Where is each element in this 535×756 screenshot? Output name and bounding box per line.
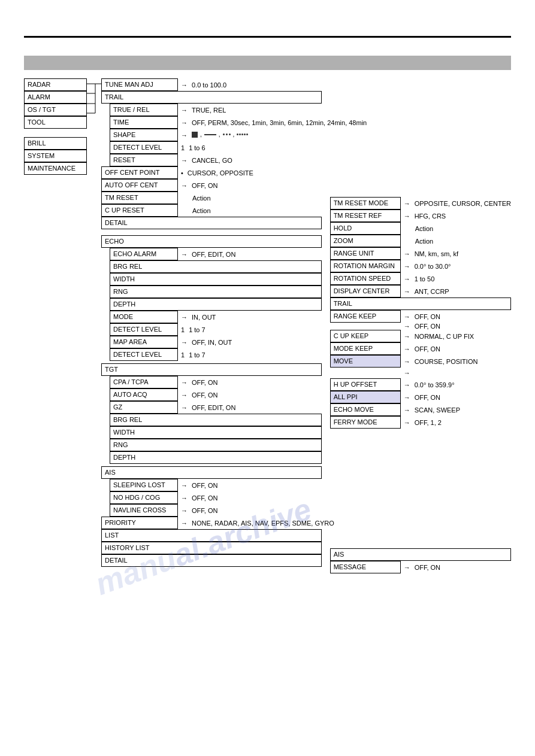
- val-autooffcent: OFF, ON: [191, 182, 217, 189]
- sidebar-item-maintenance[interactable]: MAINTENANCE: [24, 162, 87, 175]
- menu-tgt[interactable]: TGT: [101, 363, 322, 376]
- arrow-priority: →: [178, 520, 191, 527]
- menu-echo-alarm[interactable]: ECHO ALARM: [110, 248, 178, 260]
- menu-auto-acq[interactable]: AUTO ACQ: [110, 388, 178, 401]
- sidebar-item-ostgt[interactable]: OS / TGT: [24, 104, 87, 116]
- right-tm-reset-mode[interactable]: TM RESET MODE: [330, 197, 401, 210]
- menu-true-rel[interactable]: TRUE / REL: [110, 104, 178, 116]
- right-ais-message[interactable]: MESSAGE: [330, 561, 401, 573]
- arrow-disp-center: →: [401, 288, 413, 295]
- val-sleeping: OFF, ON: [191, 482, 217, 489]
- right-all-ppi[interactable]: ALL PPI: [330, 391, 401, 403]
- right-hold[interactable]: HOLD: [330, 222, 401, 235]
- val-disp-center: ANT, CCRP: [413, 288, 449, 295]
- menu-mode-echo[interactable]: MODE: [110, 311, 178, 323]
- arrow-ferry-mode: →: [401, 419, 413, 426]
- right-move[interactable]: MOVE: [330, 355, 401, 368]
- val-gz: OFF, EDIT, ON: [191, 404, 235, 411]
- right-rotation-margin[interactable]: ROTATION MARGIN: [330, 260, 401, 272]
- right-echo-move[interactable]: ECHO MOVE: [330, 403, 401, 416]
- right-ferry-mode[interactable]: FERRY MODE: [330, 416, 401, 429]
- arrow-range-unit: →: [401, 250, 413, 257]
- menu-sleeping-lost[interactable]: SLEEPING LOST: [110, 479, 178, 491]
- menu-reset[interactable]: RESET: [110, 154, 178, 166]
- val-reset: CANCEL, GO: [191, 157, 232, 164]
- menu-depth-tgt[interactable]: DEPTH: [110, 451, 322, 464]
- sidebar-item-alarm[interactable]: ALARM: [24, 91, 87, 104]
- menu-navline-cross[interactable]: NAVLINE CROSS: [110, 504, 178, 517]
- val-range-keep: OFF, ON: [413, 313, 440, 320]
- arrow-tune: →: [178, 81, 191, 89]
- val-all-ppi: OFF, ON: [413, 394, 440, 401]
- arrow-autooffcent: →: [178, 182, 191, 189]
- menu-list[interactable]: LIST: [101, 529, 322, 542]
- menu-auto-off-cent[interactable]: AUTO OFF CENT: [101, 179, 178, 192]
- gray-header: [24, 56, 511, 70]
- menu-width-tgt[interactable]: WIDTH: [110, 426, 322, 439]
- val-detect1: 1 to 6: [188, 144, 205, 151]
- sidebar-item-brill[interactable]: BRILL: [24, 137, 87, 150]
- menu-detect-level-echo[interactable]: DETECT LEVEL: [110, 323, 178, 336]
- menu-tune-man-adj[interactable]: TUNE MAN ADJ: [101, 78, 178, 91]
- val-cpa: OFF, ON: [191, 379, 217, 386]
- right-cup-keep[interactable]: C UP KEEP: [330, 330, 401, 342]
- connector-lines: [87, 78, 101, 379]
- menu-brg-rel-tgt[interactable]: BRG REL: [110, 414, 322, 426]
- menu-gz[interactable]: GZ: [110, 401, 178, 414]
- menu-off-cent-point[interactable]: OFF CENT POINT: [101, 166, 178, 179]
- right-mode-keep[interactable]: MODE KEEP: [330, 342, 401, 355]
- menu-depth-echo[interactable]: DEPTH: [110, 298, 322, 311]
- val-rot-margin: 0.0° to 30.0°: [413, 263, 451, 270]
- menu-time[interactable]: TIME: [110, 116, 178, 129]
- menu-detect-level-echo2[interactable]: DETECT LEVEL: [110, 348, 178, 361]
- ais-detail-expanded: AIS MESSAGE → OFF, ON: [330, 548, 511, 573]
- arrow-echo-move: →: [401, 406, 413, 414]
- menu-rng-echo[interactable]: RNG: [110, 286, 322, 298]
- menu-cpa-tcpa[interactable]: CPA / TCPA: [110, 376, 178, 388]
- menu-width-echo[interactable]: WIDTH: [110, 273, 322, 286]
- menu-map-area[interactable]: MAP AREA: [110, 336, 178, 348]
- right-range-unit[interactable]: RANGE UNIT: [330, 247, 401, 260]
- menu-detect-level-1[interactable]: DETECT LEVEL: [110, 141, 178, 154]
- menu-rng-tgt[interactable]: RNG: [110, 439, 322, 451]
- sidebar-item-system[interactable]: SYSTEM: [24, 150, 87, 162]
- arrow-detect-echo: 1: [178, 326, 188, 333]
- menu-history-list[interactable]: HISTORY LIST: [101, 542, 322, 554]
- arrow-cpa: →: [178, 379, 191, 386]
- right-range-keep[interactable]: RANGE KEEP: [330, 310, 401, 323]
- arrow-detect-echo2: 1: [178, 351, 188, 359]
- menu-shape[interactable]: SHAPE: [110, 129, 178, 141]
- right-ais-header[interactable]: AIS: [330, 548, 511, 561]
- right-tm-reset-ref[interactable]: TM RESET REF: [330, 210, 401, 222]
- right-h-up-offset[interactable]: H UP OFFSET: [330, 378, 401, 391]
- val-mode-keep: OFF, ON: [413, 345, 440, 353]
- menu-ais[interactable]: AIS: [101, 466, 322, 479]
- right-display-center[interactable]: DISPLAY CENTER: [330, 285, 401, 297]
- arrow-offcent: •: [178, 169, 186, 177]
- menu-priority[interactable]: PRIORITY: [101, 517, 178, 529]
- arrow-ais-message: →: [401, 564, 413, 571]
- arrow-navline: →: [178, 507, 191, 514]
- arrow-mode-echo: →: [178, 314, 191, 321]
- arrow-h-up-offset: →: [401, 381, 413, 388]
- menu-cup-reset[interactable]: C UP RESET: [101, 204, 178, 217]
- menu-echo[interactable]: ECHO: [101, 235, 322, 248]
- menu-tm-reset[interactable]: TM RESET: [101, 192, 178, 204]
- page: RADAR ALARM OS / TGT TOOL BRILL SYSTEM M…: [0, 0, 535, 756]
- shape-dots-icon: [223, 133, 231, 135]
- sidebar-item-radar[interactable]: RADAR: [24, 78, 87, 91]
- sidebar-item-tool[interactable]: TOOL: [24, 116, 87, 129]
- menu-trail[interactable]: TRAIL: [101, 91, 322, 104]
- menu-detail-ais[interactable]: DETAIL: [101, 554, 322, 567]
- menu-no-hdg-cog[interactable]: NO HDG / COG: [110, 491, 178, 504]
- right-zoom[interactable]: ZOOM: [330, 235, 401, 247]
- right-trail-header[interactable]: TRAIL: [330, 297, 511, 310]
- arrow-true-rel: →: [178, 107, 191, 114]
- menu-detail-radar[interactable]: DETAIL: [101, 217, 322, 229]
- arrow-blank1: →: [401, 323, 413, 330]
- menu-brg-rel-echo[interactable]: BRG REL: [110, 260, 322, 273]
- main-menu: TUNE MAN ADJ → 0.0 to 100.0 TRAIL TRUE /…: [101, 78, 322, 567]
- val-mode-echo: IN, OUT: [191, 314, 216, 321]
- val-auto-acq: OFF, ON: [191, 391, 217, 399]
- right-rotation-speed[interactable]: ROTATION SPEED: [330, 272, 401, 285]
